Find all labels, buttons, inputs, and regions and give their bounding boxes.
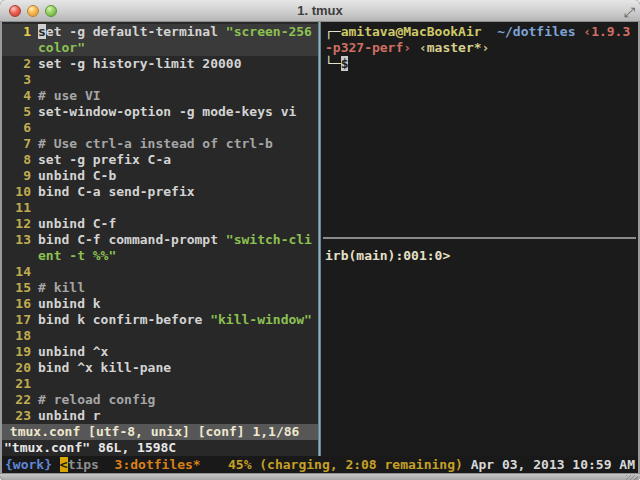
code-line: unbind C-b — [38, 168, 116, 184]
code-segment: "screen-256 — [226, 24, 312, 39]
editor-row: 8set -g prefix C-a — [2, 152, 318, 168]
line-number: 15 — [2, 280, 31, 296]
editor-row: 22# reload config — [2, 392, 318, 408]
line-number: 22 — [2, 392, 31, 408]
fullscreen-icon[interactable]: ⤢ — [624, 1, 635, 23]
line-number: 20 — [2, 360, 31, 376]
line-number: 9 — [2, 168, 31, 184]
editor-row: 10bind C-a send-prefix — [2, 184, 318, 200]
line-number: 21 — [2, 376, 31, 392]
editor-row: 1set -g default-terminal "screen-256 — [2, 24, 318, 40]
editor-row: 17bind k confirm-before "kill-window" — [2, 312, 318, 328]
shell-pane[interactable]: ┌─amitava@MacBookAir ~/dotfiles ‹1.9.3-p… — [321, 24, 638, 72]
shell-line: └─$ — [321, 56, 638, 72]
status-left-segment: < — [60, 457, 68, 472]
shell-segment — [482, 24, 498, 39]
code-line: color" — [38, 40, 85, 56]
terminal-window: 1. tmux ⤢ 1set -g default-terminal "scre… — [0, 0, 640, 480]
editor-row: ent -t %%" — [2, 248, 318, 264]
code-segment: set-window-option -g mode-keys vi — [38, 104, 296, 119]
line-number: 7 — [2, 136, 31, 152]
code-segment: unbind C-f — [38, 216, 116, 231]
title-bar[interactable]: 1. tmux ⤢ — [0, 0, 640, 22]
code-segment: ent -t %%" — [38, 248, 116, 263]
editor-row: 20bind ^x kill-pane — [2, 360, 318, 376]
shell-segment: $ — [341, 56, 349, 71]
line-number: 18 — [2, 328, 31, 344]
status-right-segment: Apr 03, 2013 10:59 AM — [471, 457, 635, 472]
pane-divider-horizontal[interactable] — [323, 237, 636, 239]
code-line: ent -t %%" — [38, 248, 116, 264]
code-line: set-window-option -g mode-keys vi — [38, 104, 296, 120]
status-left-segment — [99, 457, 115, 472]
line-number: 8 — [2, 152, 31, 168]
code-segment: bind C-a send-prefix — [38, 184, 195, 199]
line-number: 3 — [2, 72, 31, 88]
status-left-segment: {work} — [5, 457, 60, 472]
code-line: bind C-f command-prompt "switch-cli — [38, 232, 312, 248]
terminal-content: 1set -g default-terminal "screen-256colo… — [0, 22, 640, 473]
code-segment: s — [38, 24, 46, 39]
status-left-segment: 3:dotfiles* — [115, 457, 201, 472]
code-segment: unbind k — [38, 296, 101, 311]
tmux-status-bar: {work} <tips 3:dotfiles* 45% (charging, … — [2, 456, 638, 473]
editor-row: 19unbind ^x — [2, 344, 318, 360]
resize-grip[interactable] — [626, 475, 638, 480]
shell-segment: amitava@MacBookAir — [341, 24, 482, 39]
window-bottom-frame — [0, 473, 640, 480]
editor-row: color" — [2, 40, 318, 56]
code-segment: bind C-f command-prompt — [38, 232, 226, 247]
code-line: bind C-a send-prefix — [38, 184, 195, 200]
code-line: bind k confirm-before "kill-window" — [38, 312, 312, 328]
code-line: # use VI — [38, 88, 101, 104]
status-right-segment: 45% (charging, 2:08 remaining) — [228, 457, 463, 472]
editor-row: 7# Use ctrl-a instead of ctrl-b — [2, 136, 318, 152]
editor-row: 3 — [2, 72, 318, 88]
vim-statusline: tmux.conf [utf-8, unix] [conf] 1,1/86 — [2, 424, 318, 440]
line-number: 19 — [2, 344, 31, 360]
shell-segment: ┌─ — [325, 24, 341, 39]
code-line: # reload config — [38, 392, 155, 408]
editor-row: 6 — [2, 120, 318, 136]
irb-segment: irb(main):001:0> — [325, 248, 450, 263]
code-segment: # Use ctrl-a instead of ctrl-b — [38, 136, 273, 151]
code-segment: unbind ^x — [38, 344, 108, 359]
code-line: set -g history-limit 20000 — [38, 56, 242, 72]
code-segment: et -g default-terminal — [46, 24, 226, 39]
vim-message-line: "tmux.conf" 86L, 1598C — [2, 440, 318, 456]
editor-rows: 1set -g default-terminal "screen-256colo… — [2, 24, 318, 424]
editor-row: 9unbind C-b — [2, 168, 318, 184]
editor-row: 12unbind C-f — [2, 216, 318, 232]
code-segment: # reload config — [38, 392, 155, 407]
vim-pane[interactable]: 1set -g default-terminal "screen-256colo… — [2, 22, 318, 456]
status-left[interactable]: {work} <tips 3:dotfiles* — [5, 456, 201, 473]
shell-line: ┌─amitava@MacBookAir ~/dotfiles ‹1.9.3 — [321, 24, 638, 40]
shell-segment: -p327-perf› — [325, 40, 411, 55]
shell-segment: ‹master*› — [419, 40, 489, 55]
line-number: 17 — [2, 312, 31, 328]
code-line: unbind ^x — [38, 344, 108, 360]
editor-row: 5set-window-option -g mode-keys vi — [2, 104, 318, 120]
code-segment: "kill-window" — [210, 312, 312, 327]
code-segment: # use VI — [38, 88, 101, 103]
shell-segment: └─ — [325, 56, 341, 71]
code-line: bind ^x kill-pane — [38, 360, 171, 376]
code-segment: # kill — [38, 280, 85, 295]
code-segment: "switch-cli — [226, 232, 312, 247]
code-line: set -g default-terminal "screen-256 — [38, 24, 312, 40]
line-number: 10 — [2, 184, 31, 200]
code-segment: unbind C-b — [38, 168, 116, 183]
editor-row: 21 — [2, 376, 318, 392]
line-number: 6 — [2, 120, 31, 136]
editor-row: 13bind C-f command-prompt "switch-cli — [2, 232, 318, 248]
line-number: 5 — [2, 104, 31, 120]
irb-pane[interactable]: irb(main):001:0> — [321, 248, 638, 264]
code-line: unbind C-f — [38, 216, 116, 232]
line-number: 14 — [2, 264, 31, 280]
code-segment: bind ^x kill-pane — [38, 360, 171, 375]
line-number: 11 — [2, 200, 31, 216]
code-line: # kill — [38, 280, 85, 296]
code-segment: bind k confirm-before — [38, 312, 210, 327]
irb-line: irb(main):001:0> — [321, 248, 638, 264]
editor-row: 15# kill — [2, 280, 318, 296]
